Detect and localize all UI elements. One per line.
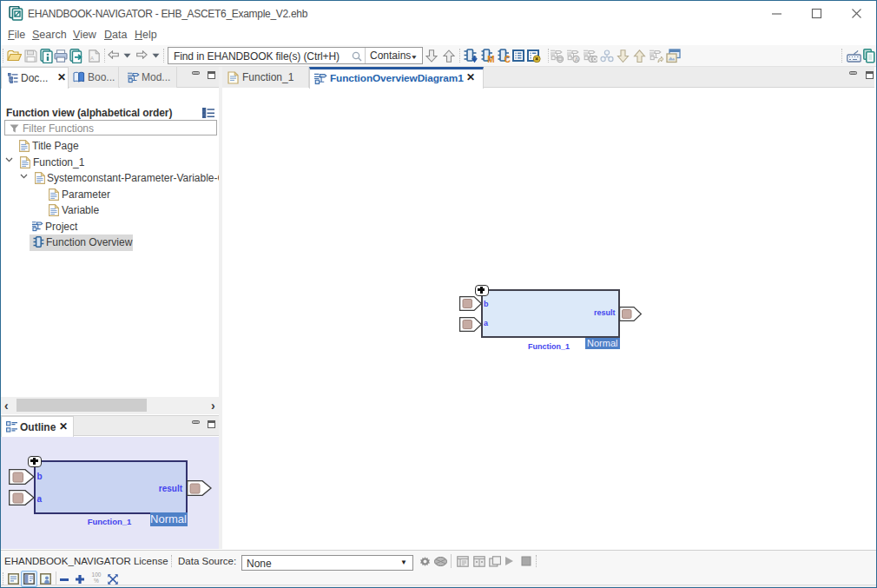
svg-text:M: M — [487, 55, 494, 64]
svg-text:A: A — [575, 56, 579, 63]
svg-text:A: A — [90, 56, 94, 61]
svg-text:C: C — [504, 55, 511, 64]
